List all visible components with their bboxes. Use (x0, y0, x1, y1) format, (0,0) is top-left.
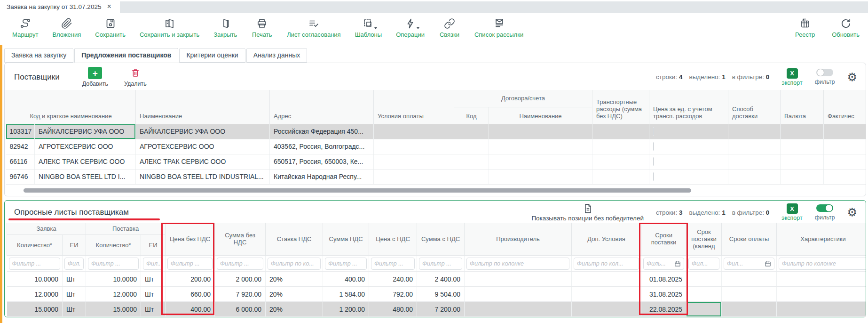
cell-extra-conditions[interactable] (572, 272, 641, 287)
cell-name[interactable]: АЛЕКС ТРАК СЕРВИС ООО (136, 154, 270, 169)
operations-button[interactable]: Операции (396, 17, 425, 38)
col-code-short-name[interactable]: Код и краткое наименование (6, 90, 136, 124)
cell-delivery-date[interactable]: 22.08.2025 (641, 302, 687, 317)
cell-price-per-unit[interactable] (649, 124, 728, 139)
cell-short-name[interactable]: NINGBO BOA STEEL LTD I... (35, 169, 136, 184)
col-transport-costs[interactable]: Транспортные расходы (сумма без НДС) (592, 90, 649, 124)
supplier-row[interactable]: 82942 АГРОТЕХСЕРВИС ООО АГРОТЕХСЕРВИС ОО… (6, 139, 866, 154)
cell-price-no-vat[interactable]: 400.00 (166, 302, 215, 317)
filter-input[interactable] (727, 260, 765, 267)
col-vat-sum[interactable]: Сумма НДС (323, 223, 369, 256)
col-qty-request[interactable]: Количество* (7, 235, 63, 256)
supplier-row[interactable]: 103317 БАЙКАЛСЕРВИС УФА ООО БАЙКАЛСЕРВИС… (6, 124, 866, 139)
cell-sum-no-vat[interactable]: 6 000.00 (215, 302, 266, 317)
cell-payment-terms[interactable] (374, 124, 454, 139)
cell-short-name[interactable]: БАЙКАЛСЕРВИС УФА ООО (35, 124, 136, 139)
horizontal-scrollbar[interactable] (24, 188, 691, 193)
cell-sum-with-vat[interactable]: 7 200.00 (417, 302, 465, 317)
col-sum-no-vat[interactable]: Сумма без НДС (215, 223, 266, 256)
col-unit-supply[interactable]: ЕИ (141, 235, 166, 256)
filter-input[interactable] (374, 260, 411, 267)
filter-input[interactable] (12, 260, 57, 267)
cell-contract-code[interactable] (454, 124, 489, 139)
cell-manufacturer[interactable] (465, 272, 572, 287)
cell-vat-sum[interactable]: 400.00 (323, 272, 369, 287)
checkbox[interactable] (653, 157, 654, 166)
registry-button[interactable]: Реестр (794, 17, 816, 38)
cell-unit[interactable]: Шт (141, 272, 166, 287)
cell-name[interactable]: АГРОТЕХСЕРВИС ООО (136, 139, 270, 154)
col-contract-code[interactable]: Код (454, 107, 489, 124)
cell-delivery-date[interactable]: 01.08.2025 (641, 272, 687, 287)
col-qty-supply[interactable]: Количество* (86, 235, 141, 256)
cell-characteristics[interactable] (777, 287, 866, 302)
cell-payment-terms[interactable] (722, 287, 777, 302)
print-button[interactable]: Печать (251, 17, 273, 38)
gear-icon[interactable]: ⚙ (847, 207, 857, 218)
col-contract-name[interactable]: Наименование (489, 107, 592, 124)
cell-delivery-date[interactable]: 31.08.2025 (641, 287, 687, 302)
save-and-close-button[interactable]: Сохранить и закрыть (140, 17, 199, 38)
cell-sum-no-vat[interactable]: 7 920.00 (215, 287, 266, 302)
col-payment-terms[interactable]: Условия оплаты (374, 90, 454, 124)
cell-name[interactable]: БАЙКАЛСЕРВИС УФА ООО (136, 124, 270, 139)
filter-input[interactable] (328, 260, 363, 267)
col-delivery-dates[interactable]: Сроки поставки (641, 223, 687, 256)
add-supplier-button[interactable]: + Добавить (82, 67, 108, 87)
cell-price-per-unit[interactable] (649, 154, 728, 169)
cell-qty-supply[interactable]: 10.0000 (86, 272, 141, 287)
suppliers-filter-toggle[interactable]: фильтр (815, 69, 835, 85)
cell-payment-terms[interactable] (722, 302, 777, 317)
gear-icon[interactable]: ⚙ (847, 72, 857, 83)
cell-extra-conditions[interactable] (572, 302, 641, 317)
delete-supplier-button[interactable]: Удалить (124, 67, 147, 87)
offer-row[interactable]: 10.0000 Шт 10.0000 Шт 200.00 2 000.00 20… (7, 272, 866, 287)
filter-input[interactable] (647, 260, 674, 267)
cell-extra-conditions[interactable] (572, 287, 641, 302)
cell-unit[interactable]: Шт (63, 302, 86, 317)
col-manufacturer[interactable]: Производитель (465, 223, 572, 256)
filter-input[interactable] (692, 260, 716, 267)
cell-price-with-vat[interactable]: 480.00 (369, 302, 417, 317)
tab-supplier-offers[interactable]: Предложения поставщиков (74, 48, 178, 63)
filter-input[interactable] (68, 260, 80, 267)
cell-code[interactable]: 103317 (6, 124, 35, 139)
col-characteristics[interactable]: Характеристики (777, 223, 866, 256)
cell-vat-sum[interactable]: 1 200.00 (323, 302, 369, 317)
cell-unit[interactable]: Шт (141, 287, 166, 302)
calendar-icon[interactable] (674, 260, 681, 267)
save-button[interactable]: Сохранить (95, 17, 126, 38)
cell-price-per-unit[interactable] (649, 169, 728, 184)
attachments-button[interactable]: Вложения (52, 17, 81, 38)
cell-qty-supply[interactable]: 15.0000 (86, 302, 141, 317)
col-name[interactable]: Наименование (136, 90, 270, 124)
cell-unit[interactable]: Шт (141, 302, 166, 317)
col-unit-request[interactable]: ЕИ (63, 235, 86, 256)
cell-contract-name[interactable] (489, 124, 592, 139)
col-extra-conditions[interactable]: Доп. Условия (572, 223, 641, 256)
tab-evaluation-criteria[interactable]: Критерии оценки (179, 48, 245, 63)
supplier-row[interactable]: 96746 NINGBO BOA STEEL LTD I... NINGBO B… (6, 169, 866, 184)
templates-button[interactable]: Шаблоны (355, 17, 382, 38)
filter-input[interactable] (171, 260, 209, 267)
tab-request[interactable]: Заявка на закупку (4, 48, 73, 63)
cell-manufacturer[interactable] (465, 287, 572, 302)
col-delivery-method[interactable]: Способ доставки (728, 90, 781, 124)
cell-vat-rate[interactable]: 20% (266, 287, 323, 302)
col-actual[interactable]: Фактичес (824, 90, 866, 124)
cell-price-with-vat[interactable]: 792.00 (369, 287, 417, 302)
cell-sum-with-vat[interactable]: 2 400.00 (417, 272, 465, 287)
filter-input[interactable] (782, 260, 864, 267)
col-delivery-days[interactable]: Срок поставки (календ (687, 223, 722, 256)
cell-code[interactable]: 82942 (6, 139, 35, 154)
cell-code[interactable]: 96746 (6, 169, 35, 184)
cell-delivery-days[interactable] (687, 287, 722, 302)
cell-address[interactable]: Российская Федерация 450... (270, 124, 374, 139)
show-positions-button[interactable]: Показывать позиции без победителей (531, 203, 644, 222)
checkbox[interactable] (653, 142, 654, 151)
route-button[interactable]: Маршрут (12, 17, 38, 38)
filter-input[interactable] (422, 260, 459, 267)
col-vat-rate[interactable]: Ставка НДС (266, 223, 323, 256)
cell-short-name[interactable]: АЛЕКС ТРАК СЕРВИС ООО (35, 154, 136, 169)
cell-price-per-unit[interactable] (649, 139, 728, 154)
